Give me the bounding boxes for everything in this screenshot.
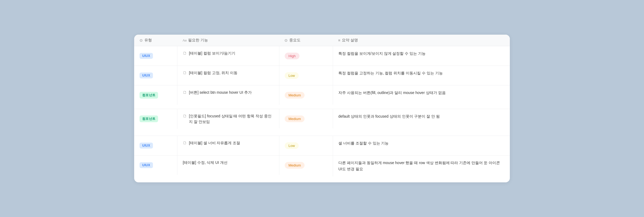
cell-feature-3: 🗋 [버튼] select btn mouse hover UI 추가 xyxy=(177,85,279,105)
feature-text-4: [인풋필드] focused 상태일 때 어떤 항목 작성 중인지 잘 안보임 xyxy=(189,113,274,125)
cell-importance-5: Low xyxy=(279,136,333,155)
cell-feature-6: [테이블] 수정, 삭제 UI 개선 xyxy=(177,155,279,175)
cell-importance-2: Low xyxy=(279,66,333,85)
type-badge-4: 컴포넌트 xyxy=(140,115,158,122)
importance-badge-1: High xyxy=(285,53,299,59)
importance-badge-6: Medium xyxy=(285,162,305,169)
table-row: UIUX 🗋 [테이블] 컬럼 보이기/숨기기 High 특정 컬럼을 보이게/… xyxy=(134,46,510,66)
header-description-label: 요약 설명 xyxy=(342,38,358,43)
description-text-2: 특정 컬럼을 고정하는 기능, 컬럼 위치를 이동시킬 수 있는 기능 xyxy=(338,70,443,76)
doc-icon-2: 🗋 xyxy=(183,70,187,75)
table-row: UIUX 🗋 [테이블] 셀 너비 자유롭게 조절 Low 셀 너비를 조절할 … xyxy=(134,136,510,155)
importance-badge-2: Low xyxy=(285,72,299,79)
doc-icon-1: 🗋 xyxy=(183,51,187,55)
doc-icon-3: 🗋 xyxy=(183,90,187,95)
feature-header-icon: Aa xyxy=(182,38,186,42)
description-text-4: default 상태의 인풋과 focused 상태의 인풋이 구분이 잘 안 … xyxy=(338,113,440,120)
table-row: 컴포넌트 🗋 [인풋필드] focused 상태일 때 어떤 항목 작성 중인지… xyxy=(134,109,510,136)
description-text-1: 특정 컬럼을 보이게/보이지 않게 설정할 수 있는 기능 xyxy=(338,50,426,57)
cell-description-2: 특정 컬럼을 고정하는 기능, 컬럼 위치를 이동시킬 수 있는 기능 xyxy=(333,66,510,85)
description-text-5: 셀 너비를 조절할 수 있는 기능 xyxy=(338,140,389,146)
header-feature-label: 필요한 기능 xyxy=(188,38,208,43)
cell-feature-2: 🗋 [테이블] 컬럼 고정, 위치 이동 xyxy=(177,66,279,85)
type-badge-3: 컴포넌트 xyxy=(140,92,158,99)
table-row: UIUX [테이블] 수정, 삭제 UI 개선 Medium 다른 페이지들과 … xyxy=(134,155,510,182)
importance-header-icon: ⊙ xyxy=(284,38,288,42)
table-header: ⊙ 유형 Aa 필요한 기능 ⊙ 중요도 ≡ 요약 설명 xyxy=(134,35,510,46)
type-badge-6: UIUX xyxy=(140,162,153,168)
main-table: ⊙ 유형 Aa 필요한 기능 ⊙ 중요도 ≡ 요약 설명 UIUX 🗋 [테이블… xyxy=(134,35,510,182)
feature-text-1: [테이블] 컬럼 보이기/숨기기 xyxy=(189,50,235,56)
cell-description-1: 특정 컬럼을 보이게/보이지 않게 설정할 수 있는 기능 xyxy=(333,46,510,66)
type-badge-1: UIUX xyxy=(140,53,153,59)
header-importance-label: 중요도 xyxy=(289,38,301,43)
header-description: ≡ 요약 설명 xyxy=(338,38,504,43)
importance-badge-4: Medium xyxy=(285,115,305,122)
header-importance: ⊙ 중요도 xyxy=(284,38,338,43)
type-badge-2: UIUX xyxy=(140,73,153,78)
cell-description-5: 셀 너비를 조절할 수 있는 기능 xyxy=(333,136,510,155)
cell-type-4: 컴포넌트 xyxy=(134,109,177,128)
cell-importance-6: Medium xyxy=(279,155,333,175)
feature-text-2: [테이블] 컬럼 고정, 위치 이동 xyxy=(189,70,237,76)
cell-importance-3: Medium xyxy=(279,85,333,105)
table-row: UIUX 🗋 [테이블] 컬럼 고정, 위치 이동 Low 특정 컬럼을 고정하… xyxy=(134,66,510,85)
cell-type-5: UIUX xyxy=(134,136,177,155)
description-text-6: 다른 페이지들과 동일하게 mouse hover 했을 때 row 색상 변화… xyxy=(338,160,504,172)
feature-text-3: [버튼] select btn mouse hover UI 추가 xyxy=(189,90,252,95)
header-type: ⊙ 유형 xyxy=(140,38,182,43)
cell-type-1: UIUX xyxy=(134,46,177,66)
cell-description-3: 자주 사용되는 버튼(fill, outline)과 달리 mouse hove… xyxy=(333,85,510,105)
cell-feature-5: 🗋 [테이블] 셀 너비 자유롭게 조절 xyxy=(177,136,279,155)
cell-importance-1: High xyxy=(279,46,333,66)
cell-description-6: 다른 페이지들과 동일하게 mouse hover 했을 때 row 색상 변화… xyxy=(333,155,510,176)
cell-type-2: UIUX xyxy=(134,66,177,85)
type-header-icon: ⊙ xyxy=(140,38,143,42)
cell-type-6: UIUX xyxy=(134,155,177,175)
cell-type-3: 컴포넌트 xyxy=(134,85,177,105)
type-badge-5: UIUX xyxy=(140,143,153,149)
cell-importance-4: Medium xyxy=(279,109,333,128)
feature-text-6: [테이블] 수정, 삭제 UI 개선 xyxy=(183,160,228,165)
table-row: 컴포넌트 🗋 [버튼] select btn mouse hover UI 추가… xyxy=(134,85,510,109)
doc-icon-5: 🗋 xyxy=(183,140,187,145)
importance-badge-3: Medium xyxy=(285,92,305,99)
header-feature: Aa 필요한 기능 xyxy=(182,38,284,43)
header-type-label: 유형 xyxy=(144,38,152,43)
importance-badge-5: Low xyxy=(285,142,299,149)
description-header-icon: ≡ xyxy=(338,38,340,42)
description-text-3: 자주 사용되는 버튼(fill, outline)과 달리 mouse hove… xyxy=(338,90,446,96)
cell-feature-4: 🗋 [인풋필드] focused 상태일 때 어떤 항목 작성 중인지 잘 안보… xyxy=(177,109,279,129)
feature-text-5: [테이블] 셀 너비 자유롭게 조절 xyxy=(189,140,240,146)
doc-icon-4: 🗋 xyxy=(183,114,187,118)
cell-description-4: default 상태의 인풋과 focused 상태의 인풋이 구분이 잘 안 … xyxy=(333,109,510,128)
cell-feature-1: 🗋 [테이블] 컬럼 보이기/숨기기 xyxy=(177,46,279,66)
